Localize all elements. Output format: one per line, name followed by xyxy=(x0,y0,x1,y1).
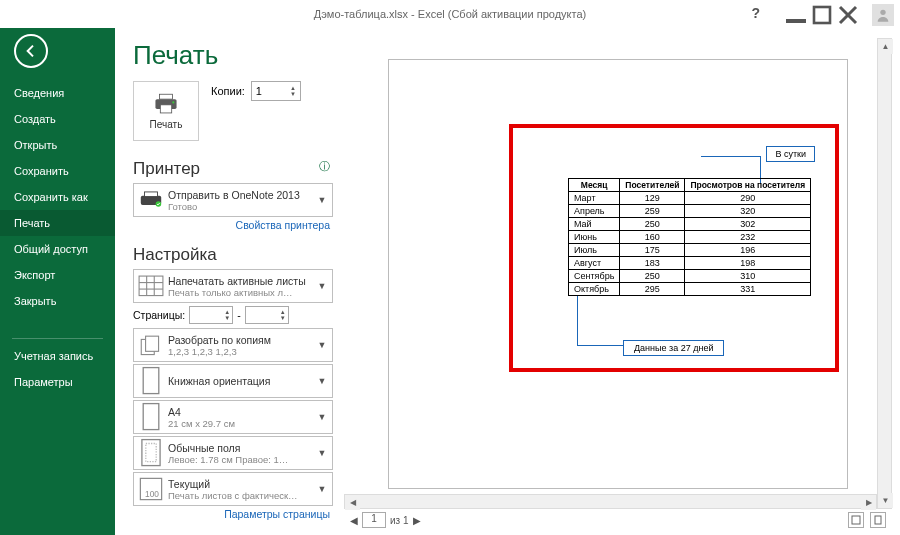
page-icon xyxy=(138,404,164,430)
svg-rect-19 xyxy=(143,368,159,394)
chevron-down-icon[interactable]: ▼ xyxy=(316,484,328,494)
chevron-down-icon[interactable]: ▼ xyxy=(316,195,328,205)
scroll-down-icon[interactable]: ▼ xyxy=(878,493,893,508)
callout-daily: В сутки xyxy=(766,146,815,162)
table-row: Июнь160232 xyxy=(569,230,811,243)
print-button-label: Печать xyxy=(150,119,183,130)
chevron-down-icon[interactable]: ▼ xyxy=(316,340,328,350)
table-row: Март129290 xyxy=(569,191,811,204)
svg-rect-20 xyxy=(143,404,159,430)
scroll-up-icon[interactable]: ▲ xyxy=(878,39,893,54)
copies-value: 1 xyxy=(256,85,262,97)
scroll-right-icon[interactable]: ▶ xyxy=(861,495,876,510)
page-of-label: из 1 xyxy=(390,515,409,526)
svg-rect-10 xyxy=(145,192,158,197)
sidebar-item[interactable]: Сохранить как xyxy=(0,184,115,210)
print-settings-panel: Печать Печать Копии: 1 ▲▼ xyxy=(115,28,340,535)
printer-status: Готово xyxy=(168,201,316,212)
horizontal-scrollbar[interactable]: ◀ ▶ xyxy=(344,494,877,509)
settings-heading: Настройка xyxy=(133,245,330,265)
print-what-select[interactable]: Напечатать активные листыПечать только а… xyxy=(133,269,333,303)
titlebar: Дэмо-таблица.xlsx - Excel (Сбой активаци… xyxy=(0,0,900,28)
red-highlight-frame: В сутки МесяцПосетителейПросмотров на по… xyxy=(509,124,839,372)
scale-icon: 100 xyxy=(138,476,164,502)
callout-27days: Данные за 27 дней xyxy=(623,340,724,356)
page-to-input[interactable]: ▲▼ xyxy=(245,306,289,324)
restore-icon[interactable] xyxy=(812,6,832,24)
back-button[interactable] xyxy=(14,34,48,68)
page-setup-link[interactable]: Параметры страницы xyxy=(133,508,330,520)
printer-heading: Принтер xyxy=(133,159,200,178)
page-number-input[interactable]: 1 xyxy=(362,512,386,528)
scaling-select[interactable]: 100 ТекущийПечать листов с фактическ… ▼ xyxy=(133,472,333,506)
next-page-icon[interactable]: ▶ xyxy=(413,515,421,526)
copies-stepper[interactable]: 1 ▲▼ xyxy=(251,81,301,101)
scroll-left-icon[interactable]: ◀ xyxy=(345,495,360,510)
preview-page: В сутки МесяцПосетителейПросмотров на по… xyxy=(388,59,848,489)
window-title: Дэмо-таблица.xlsx - Excel (Сбой активаци… xyxy=(314,8,586,20)
collate-select[interactable]: Разобрать по копиям1,2,3 1,2,3 1,2,3 ▼ xyxy=(133,328,333,362)
minimize-icon[interactable] xyxy=(786,6,806,24)
sidebar-item[interactable]: Экспорт xyxy=(0,262,115,288)
svg-rect-1 xyxy=(814,7,830,23)
svg-rect-26 xyxy=(875,516,881,524)
sidebar-item[interactable]: Печать xyxy=(0,210,115,236)
svg-rect-0 xyxy=(786,19,806,23)
table-row: Июль175196 xyxy=(569,243,811,256)
sidebar-item[interactable]: Параметры xyxy=(0,369,115,395)
avatar[interactable] xyxy=(872,4,894,26)
svg-point-4 xyxy=(880,10,885,15)
print-preview-panel: В сутки МесяцПосетителейПросмотров на по… xyxy=(340,28,900,535)
copies-label: Копии: xyxy=(211,85,245,97)
close-icon[interactable] xyxy=(838,6,858,24)
sidebar-item[interactable]: Создать xyxy=(0,106,115,132)
svg-rect-7 xyxy=(160,104,171,112)
chevron-down-icon[interactable]: ▼ xyxy=(316,376,328,386)
printer-select[interactable]: Отправить в OneNote 2013 Готово ▼ xyxy=(133,183,333,217)
sidebar-item[interactable]: Учетная запись xyxy=(0,343,115,369)
sidebar-item[interactable]: Открыть xyxy=(0,132,115,158)
page-title: Печать xyxy=(133,40,330,71)
pages-label: Страницы: xyxy=(133,309,185,321)
table-row: Август183198 xyxy=(569,256,811,269)
prev-page-icon[interactable]: ◀ xyxy=(350,515,358,526)
callout-arm xyxy=(577,296,623,346)
portrait-icon xyxy=(138,368,164,394)
orientation-select[interactable]: Книжная ориентация ▼ xyxy=(133,364,333,398)
show-margins-icon[interactable] xyxy=(848,512,864,528)
printer-properties-link[interactable]: Свойства принтера xyxy=(133,219,330,231)
svg-rect-18 xyxy=(146,336,159,351)
sidebar-item[interactable]: Сохранить xyxy=(0,158,115,184)
data-table: МесяцПосетителейПросмотров на посетителя… xyxy=(568,178,811,296)
printer-icon xyxy=(153,93,179,115)
svg-rect-25 xyxy=(852,516,860,524)
chevron-down-icon[interactable]: ▼ xyxy=(316,412,328,422)
svg-rect-12 xyxy=(139,276,163,295)
stepper-arrows-icon[interactable]: ▲▼ xyxy=(290,85,296,97)
chevron-down-icon[interactable]: ▼ xyxy=(316,448,328,458)
paper-size-select[interactable]: A421 см x 29.7 см ▼ xyxy=(133,400,333,434)
table-header: Месяц xyxy=(569,178,620,191)
collate-icon xyxy=(138,332,164,358)
vertical-scrollbar[interactable]: ▲ ▼ xyxy=(877,38,892,509)
print-button[interactable]: Печать xyxy=(133,81,199,141)
page-navigator[interactable]: ◀ 1 из 1 ▶ xyxy=(350,512,421,528)
printer-device-icon xyxy=(138,187,164,213)
sidebar-item[interactable]: Закрыть xyxy=(0,288,115,314)
printer-name: Отправить в OneNote 2013 xyxy=(168,189,316,201)
sidebar-item[interactable]: Общий доступ xyxy=(0,236,115,262)
table-row: Сентябрь250310 xyxy=(569,269,811,282)
help-icon[interactable]: ? xyxy=(751,5,760,21)
zoom-to-page-icon[interactable] xyxy=(870,512,886,528)
table-header: Посетителей xyxy=(620,178,685,191)
chevron-down-icon[interactable]: ▼ xyxy=(316,281,328,291)
svg-rect-5 xyxy=(160,94,173,99)
backstage-sidebar: СведенияСоздатьОткрытьСохранитьСохранить… xyxy=(0,28,115,535)
sheets-icon xyxy=(138,273,164,299)
page-from-input[interactable]: ▲▼ xyxy=(189,306,233,324)
svg-point-8 xyxy=(172,101,174,103)
margins-select[interactable]: Обычные поляЛевое: 1.78 см Правое: 1… ▼ xyxy=(133,436,333,470)
printer-info-icon[interactable]: ⓘ xyxy=(319,159,330,174)
sidebar-item[interactable]: Сведения xyxy=(0,80,115,106)
table-row: Октябрь295331 xyxy=(569,282,811,295)
